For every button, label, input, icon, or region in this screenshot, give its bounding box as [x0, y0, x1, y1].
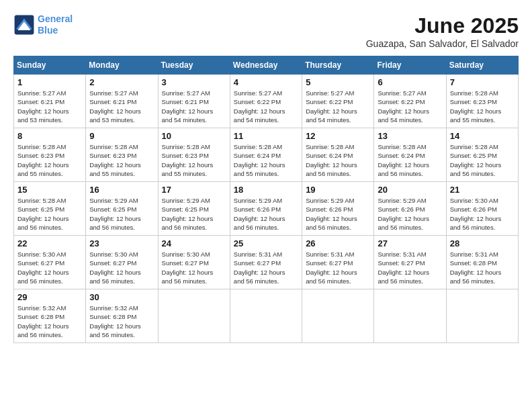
col-sunday: Sunday	[14, 56, 86, 75]
day-cell-19: 19 Sunrise: 5:29 AMSunset: 6:26 PMDaylig…	[302, 182, 374, 236]
day-cell-30: 30 Sunrise: 5:32 AMSunset: 6:28 PMDaylig…	[86, 289, 158, 343]
week-row-3: 15 Sunrise: 5:28 AMSunset: 6:25 PMDaylig…	[14, 182, 519, 236]
col-thursday: Thursday	[302, 56, 374, 75]
day-cell-24: 24 Sunrise: 5:30 AMSunset: 6:27 PMDaylig…	[158, 236, 230, 289]
day-cell-12: 12 Sunrise: 5:28 AMSunset: 6:24 PMDaylig…	[302, 128, 374, 182]
day-cell-22: 22 Sunrise: 5:30 AMSunset: 6:27 PMDaylig…	[14, 236, 86, 289]
col-monday: Monday	[86, 56, 158, 75]
col-wednesday: Wednesday	[230, 56, 302, 75]
logo-icon	[13, 14, 35, 36]
day-cell-7: 7 Sunrise: 5:28 AMSunset: 6:23 PMDayligh…	[446, 75, 518, 128]
day-cell-14: 14 Sunrise: 5:28 AMSunset: 6:25 PMDaylig…	[446, 128, 518, 182]
col-tuesday: Tuesday	[158, 56, 230, 75]
col-saturday: Saturday	[446, 56, 518, 75]
day-cell-2: 2 Sunrise: 5:27 AMSunset: 6:21 PMDayligh…	[86, 75, 158, 128]
day-cell-4: 4 Sunrise: 5:27 AMSunset: 6:22 PMDayligh…	[230, 75, 302, 128]
day-cell-20: 20 Sunrise: 5:29 AMSunset: 6:26 PMDaylig…	[374, 182, 446, 236]
day-cell-5: 5 Sunrise: 5:27 AMSunset: 6:22 PMDayligh…	[302, 75, 374, 128]
title-area: June 2025 Guazapa, San Salvador, El Salv…	[366, 13, 519, 49]
calendar-table: Sunday Monday Tuesday Wednesday Thursday…	[13, 56, 519, 343]
day-cell-10: 10 Sunrise: 5:28 AMSunset: 6:23 PMDaylig…	[158, 128, 230, 182]
day-cell-26: 26 Sunrise: 5:31 AMSunset: 6:27 PMDaylig…	[302, 236, 374, 289]
day-cell-27: 27 Sunrise: 5:31 AMSunset: 6:27 PMDaylig…	[374, 236, 446, 289]
empty-cell-3	[302, 289, 374, 343]
col-friday: Friday	[374, 56, 446, 75]
day-cell-15: 15 Sunrise: 5:28 AMSunset: 6:25 PMDaylig…	[14, 182, 86, 236]
day-cell-3: 3 Sunrise: 5:27 AMSunset: 6:21 PMDayligh…	[158, 75, 230, 128]
day-cell-16: 16 Sunrise: 5:29 AMSunset: 6:25 PMDaylig…	[86, 182, 158, 236]
day-cell-18: 18 Sunrise: 5:29 AMSunset: 6:26 PMDaylig…	[230, 182, 302, 236]
week-row-1: 1 Sunrise: 5:27 AMSunset: 6:21 PMDayligh…	[14, 75, 519, 128]
empty-cell-2	[230, 289, 302, 343]
week-row-2: 8 Sunrise: 5:28 AMSunset: 6:23 PMDayligh…	[14, 128, 519, 182]
location: Guazapa, San Salvador, El Salvador	[366, 38, 519, 49]
month-title: June 2025	[366, 13, 519, 38]
day-cell-11: 11 Sunrise: 5:28 AMSunset: 6:24 PMDaylig…	[230, 128, 302, 182]
day-cell-1: 1 Sunrise: 5:27 AMSunset: 6:21 PMDayligh…	[14, 75, 86, 128]
empty-cell-4	[374, 289, 446, 343]
day-cell-25: 25 Sunrise: 5:31 AMSunset: 6:27 PMDaylig…	[230, 236, 302, 289]
header: General Blue June 2025 Guazapa, San Salv…	[13, 13, 519, 49]
empty-cell-1	[158, 289, 230, 343]
week-row-4: 22 Sunrise: 5:30 AMSunset: 6:27 PMDaylig…	[14, 236, 519, 289]
day-cell-17: 17 Sunrise: 5:29 AMSunset: 6:25 PMDaylig…	[158, 182, 230, 236]
day-cell-21: 21 Sunrise: 5:30 AMSunset: 6:26 PMDaylig…	[446, 182, 518, 236]
day-cell-13: 13 Sunrise: 5:28 AMSunset: 6:24 PMDaylig…	[374, 128, 446, 182]
empty-cell-5	[446, 289, 518, 343]
day-cell-23: 23 Sunrise: 5:30 AMSunset: 6:27 PMDaylig…	[86, 236, 158, 289]
logo: General Blue	[13, 13, 73, 36]
week-row-5: 29 Sunrise: 5:32 AMSunset: 6:28 PMDaylig…	[14, 289, 519, 343]
day-cell-29: 29 Sunrise: 5:32 AMSunset: 6:28 PMDaylig…	[14, 289, 86, 343]
calendar-header-row: Sunday Monday Tuesday Wednesday Thursday…	[14, 56, 519, 75]
day-cell-6: 6 Sunrise: 5:27 AMSunset: 6:22 PMDayligh…	[374, 75, 446, 128]
day-cell-28: 28 Sunrise: 5:31 AMSunset: 6:28 PMDaylig…	[446, 236, 518, 289]
logo-text: General Blue	[38, 13, 73, 36]
day-cell-9: 9 Sunrise: 5:28 AMSunset: 6:23 PMDayligh…	[86, 128, 158, 182]
day-cell-8: 8 Sunrise: 5:28 AMSunset: 6:23 PMDayligh…	[14, 128, 86, 182]
